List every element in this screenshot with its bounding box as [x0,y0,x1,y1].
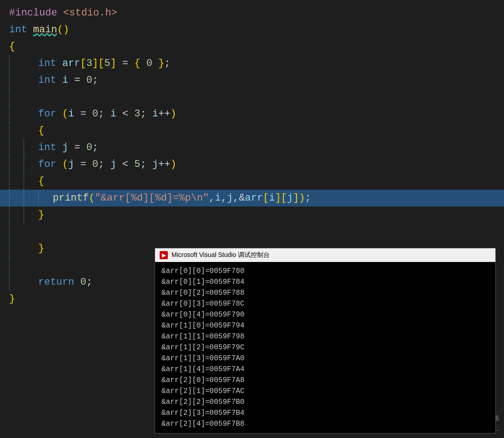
console-line-13: &arr[2][2]=0059F7B0 [161,397,489,408]
vs-icon: ▶ [160,251,168,259]
code-line-2: int main() [0,21,504,38]
console-titlebar: ▶ Microsoft Visual Studio 调试控制台 [155,248,495,262]
indent-guide-1b [9,72,11,89]
code-line-12: printf("&arr[%d][%d]=%p\n",i,j,&arr[i][j… [0,190,504,206]
console-window: ▶ Microsoft Visual Studio 调试控制台 &arr[0][… [155,248,496,433]
code-line-3: { [0,38,504,55]
console-line-12: &arr[2][1]=0059F7AC [161,386,489,397]
console-line-2: &arr[0][1]=0059F784 [161,277,489,287]
console-line-1: &arr[0][0]=0059F780 [161,266,489,277]
code-line-1: #include <stdio.h> [0,5,504,21]
code-line-5: int i = 0; [0,72,504,89]
code-line-8: { [0,122,504,139]
console-body: &arr[0][0]=0059F780 &arr[0][1]=0059F784 … [155,262,495,433]
console-line-3: &arr[0][2]=0059F788 [161,287,489,298]
code-line-10: for (j = 0; j < 5; j++) [0,156,504,173]
func-main: main [33,21,57,38]
code-line-13: } [0,206,504,223]
console-line-14: &arr[2][3]=0059F7B4 [161,408,489,418]
code-line-11: { [0,173,504,190]
console-line-11: &arr[2][0]=0059F7A8 [161,375,489,386]
code-editor: #include <stdio.h> int main() { int arr[… [0,0,504,438]
code-line-4: int arr[3][5] = { 0 }; [0,55,504,72]
console-line-6: &arr[1][0]=0059F794 [161,320,489,331]
keyword-int: int [9,21,27,38]
code-line-9: int j = 0; [0,139,504,156]
console-line-9: &arr[1][3]=0059F7A0 [161,353,489,364]
console-line-5: &arr[0][4]=0059F790 [161,309,489,320]
console-line-7: &arr[1][1]=0059F798 [161,331,489,342]
console-line-4: &arr[0][3]=0059F78C [161,298,489,309]
indent-guide-1 [9,55,11,72]
console-line-8: &arr[1][2]=0059F79C [161,342,489,353]
code-line-7: for (i = 0; i < 3; i++) [0,106,504,122]
console-line-10: &arr[1][4]=0059F7A4 [161,364,489,375]
preprocessor-directive: #include [9,5,57,21]
console-title: Microsoft Visual Studio 调试控制台 [171,251,270,259]
console-line-15: &arr[2][4]=0059F7B8 [161,418,489,429]
code-line-6 [0,89,504,106]
code-line-14 [0,223,504,240]
